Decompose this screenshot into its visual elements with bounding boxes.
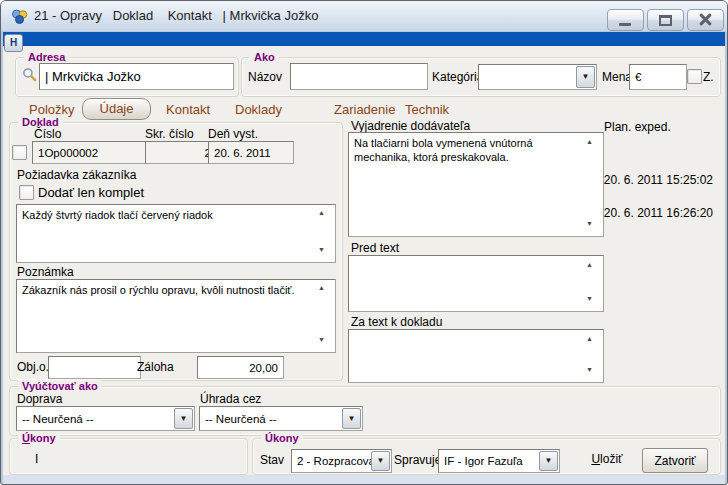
chevron-down-icon: ▼ [348,415,356,423]
app-icon [11,8,28,25]
ukony-right-group-label: Úkony [261,432,303,445]
scroll-up-icon[interactable]: ▲ [586,138,724,146]
zatvorit-button[interactable]: Zatvoriť [642,448,708,473]
chevron-down-icon: ▼ [377,457,385,465]
dodat-len-komplet-checkbox[interactable] [19,185,34,200]
mena-label: Mena [602,70,632,84]
ulozit-button[interactable]: Uložiť [581,452,633,466]
cislo-field[interactable]: 1Op000002 [32,141,154,164]
minimize-icon [619,23,631,26]
vyjadrenie-label: Vyjadrenie dodávateľa [351,119,470,133]
close-button[interactable] [687,9,724,31]
spravuje-dropdown[interactable]: IF - Igor Fazuľa ▼ [438,449,560,473]
tab-polozky[interactable]: Položky [29,102,75,117]
poziadavka-label: Požiadavka zákazníka [17,168,136,182]
skr-cislo-field[interactable]: 2 [145,141,217,164]
chevron-down-icon: ▼ [180,415,188,423]
ukony-caret: I [35,452,38,466]
stav-label: Stav [260,453,284,467]
z-label: Z. [703,70,714,84]
objo-input[interactable] [48,356,141,379]
uhrada-value: -- Neurčená -- [205,413,343,425]
h-button[interactable]: H [4,34,23,52]
tab-kontakt[interactable]: Kontakt [166,102,210,117]
cislo-label: Číslo [34,127,61,141]
vyjadrenie-textarea[interactable]: Na tlačiarni bola vymenená vnútorná mech… [348,132,604,237]
poznamka-textarea[interactable]: Zákazník nás prosil o rýchlu opravu, kvô… [16,279,336,353]
spravuje-dropdown-button[interactable]: ▼ [539,451,558,471]
uhrada-label: Úhrada cez [200,392,261,406]
ukony-left-group-label: Úkony [18,432,60,445]
plan-exped-timestamp-2: 20. 6. 2011 16:26:20 [597,206,713,220]
scroll-up-icon[interactable]: ▲ [586,335,724,343]
doklad-row-checkbox[interactable] [12,145,27,160]
plan-exped-timestamp-1: 20. 6. 2011 15:25:02 [597,173,713,187]
doprava-label: Doprava [17,392,62,406]
tab-doklady[interactable]: Doklady [235,102,282,117]
dodat-len-komplet-label: Dodať len komplet [38,185,144,200]
mena-input[interactable]: € [629,64,687,90]
nazov-input[interactable] [290,63,428,90]
minimize-button[interactable] [607,9,644,31]
adresa-input[interactable]: | Mrkvička Jožko [39,63,234,90]
plan-exped-label: Plan. exped. [604,120,671,134]
poziadavka-textarea[interactable]: Každý štvrtý riadok tlačí červený riadok [16,204,336,263]
spravuje-value: IF - Igor Fazuľa [444,455,540,467]
search-icon[interactable] [22,67,37,82]
nazov-label: Názov [248,70,282,84]
doprava-dropdown[interactable]: -- Neurčená -- ▼ [16,406,195,431]
tab-udaje[interactable]: Údaje [82,98,151,120]
maximize-button[interactable] [647,9,684,31]
tab-technik[interactable]: Technik [405,102,449,117]
tab-zariadenie[interactable]: Zariadenie [334,102,395,117]
kategoria-label: Kategória [432,70,483,84]
zaloha-input[interactable]: 20,00 [197,356,284,379]
kategoria-dropdown[interactable]: ▼ [478,64,597,90]
pred-text-textarea[interactable] [348,255,604,312]
chevron-down-icon: ▼ [582,73,590,81]
titlebar[interactable]: 21 - Opravy Doklad Kontakt | Mrkvička Jo… [1,1,727,31]
stav-value: 2 - Rozpracovaná [297,455,372,467]
window-title: 21 - Opravy Doklad Kontakt | Mrkvička Jo… [34,8,318,23]
stav-dropdown-button[interactable]: ▼ [371,451,390,471]
za-text-textarea[interactable] [348,329,604,383]
objo-label: Obj.o. [17,360,49,374]
chevron-down-icon: ▼ [545,457,553,465]
uhrada-dropdown[interactable]: -- Neurčená -- ▼ [199,406,363,431]
z-checkbox[interactable] [687,69,702,84]
stav-dropdown[interactable]: 2 - Rozpracovaná ▼ [291,449,392,473]
doprava-dropdown-button[interactable]: ▼ [174,408,193,429]
skr-cislo-label: Skr. číslo [145,127,194,141]
app-window: 21 - Opravy Doklad Kontakt | Mrkvička Jo… [0,0,728,485]
poznamka-label: Poznámka [17,265,74,279]
pred-text-label: Pred text [351,241,399,255]
zaloha-label: Záloha [137,360,174,374]
scroll-up-icon[interactable]: ▲ [586,261,724,269]
doprava-value: -- Neurčená -- [22,413,175,425]
uhrada-dropdown-button[interactable]: ▼ [342,408,361,429]
za-text-label: Za text k dokladu [351,315,442,329]
den-vyst-field[interactable]: 20. 6. 2011 [208,141,294,164]
maximize-icon [659,15,672,26]
den-vyst-label: Deň vyst. [208,127,258,141]
kategoria-dropdown-button[interactable]: ▼ [576,66,595,88]
ukony-left-groupbox: Úkony [9,438,248,475]
menu-strip [3,32,725,46]
spravuje-label: Spravuje [394,453,441,467]
ako-group-label: Ako [250,51,279,64]
